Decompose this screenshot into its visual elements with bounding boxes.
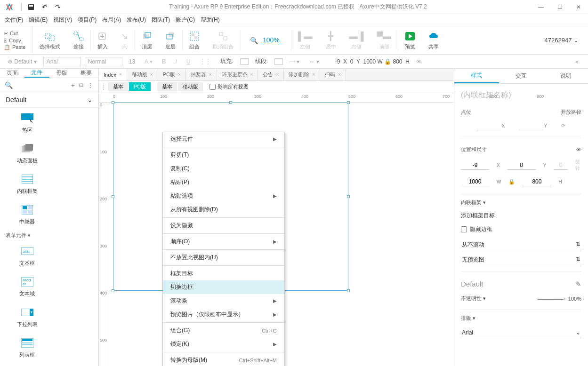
weight-select[interactable]: Normal: [85, 57, 122, 66]
more-icon[interactable]: »: [571, 58, 583, 65]
context-menu-item[interactable]: 从所有视图删除(D): [163, 203, 284, 216]
top-layer-button[interactable]: 顶层: [135, 26, 159, 54]
widget-textfield[interactable]: abc文本框: [5, 241, 49, 271]
context-menu-item[interactable]: 切换边框: [163, 280, 284, 294]
close-icon[interactable]: ×: [178, 72, 181, 77]
close-icon[interactable]: ×: [250, 72, 253, 77]
view-tab[interactable]: 基本: [157, 82, 177, 91]
affect-all-views-checkbox[interactable]: 影响所有视图: [209, 83, 249, 90]
context-menu-item[interactable]: 滚动条▶: [163, 294, 284, 308]
menu-item[interactable]: 视图(V): [53, 16, 72, 24]
view-tab[interactable]: 移动版: [178, 82, 203, 91]
zoom-control[interactable]: 🔍 100%: [241, 36, 291, 44]
widget-dropdown[interactable]: 下拉列表: [5, 302, 49, 333]
close-button[interactable]: ✕: [569, 0, 588, 14]
pos-x-input[interactable]: [477, 121, 500, 130]
doc-tab[interactable]: 环形进度条×: [217, 69, 258, 80]
edit-icon[interactable]: ✎: [575, 280, 581, 288]
left-tab[interactable]: 概要: [74, 69, 98, 78]
close-icon[interactable]: ×: [150, 72, 153, 77]
context-menu-item[interactable]: 不放置此视图内(U): [163, 251, 284, 264]
context-menu-item[interactable]: 设为隐藏: [163, 219, 284, 232]
close-icon[interactable]: ×: [119, 72, 122, 77]
folder-icon[interactable]: ⧉: [79, 81, 83, 89]
y-input[interactable]: [507, 161, 536, 170]
preview-button[interactable]: 预览: [398, 26, 422, 54]
hide-border-checkbox[interactable]: 隐藏边框: [461, 223, 581, 236]
context-menu-item[interactable]: 剪切(T): [163, 148, 284, 162]
h-input[interactable]: [523, 177, 551, 186]
scroll-select[interactable]: 从不滚动⇅: [461, 239, 581, 251]
context-menu-item[interactable]: 预览图片（仅限画布中显示）▶: [163, 308, 284, 321]
maximize-button[interactable]: ☐: [550, 0, 569, 14]
connect-button[interactable]: 连接: [67, 26, 90, 54]
context-menu-item[interactable]: 框架目标: [163, 267, 284, 280]
align-left-button[interactable]: ▌▬左侧: [291, 26, 319, 54]
preview-select[interactable]: 无预览图⇅: [461, 254, 581, 266]
copy-button[interactable]: ⎘ Copy: [4, 38, 29, 43]
pos-y-input[interactable]: [519, 121, 543, 130]
doc-tab[interactable]: Index×: [99, 69, 127, 80]
widget-iframe[interactable]: 内联框架: [5, 169, 49, 199]
context-menu-item[interactable]: 组合(G)Ctrl+G: [163, 324, 284, 337]
right-tab[interactable]: 样式: [454, 69, 499, 83]
menu-item[interactable]: 布局(A): [102, 16, 121, 24]
font-select[interactable]: Arial: [43, 57, 81, 66]
widget-repeater[interactable]: 中继器: [5, 199, 49, 230]
close-icon[interactable]: ×: [276, 72, 279, 77]
share-button[interactable]: 共享: [422, 26, 445, 54]
cut-button[interactable]: ✂ Cut: [4, 31, 29, 37]
view-tab[interactable]: 基本: [108, 82, 128, 91]
right-tab[interactable]: 说明: [543, 69, 588, 83]
view-tab[interactable]: PC版: [129, 82, 151, 91]
menu-item[interactable]: 帮助(H): [201, 16, 220, 24]
rot-input[interactable]: [554, 161, 568, 170]
left-tab[interactable]: 母版: [49, 69, 74, 78]
align-right-button[interactable]: ▬▐右侧: [343, 26, 371, 54]
menu-item[interactable]: 发布(U): [127, 16, 146, 24]
stroke-color[interactable]: [274, 58, 283, 65]
doc-tab[interactable]: 添加删除×: [284, 69, 320, 80]
doc-tab[interactable]: 公告×: [258, 69, 284, 80]
font-select-right[interactable]: Arial⌄: [461, 327, 581, 338]
doc-tab[interactable]: PC版×: [158, 69, 186, 80]
size-select[interactable]: 13: [126, 57, 138, 66]
widget-panel[interactable]: 动态面板: [5, 138, 49, 169]
widget-listbox[interactable]: 列表框: [5, 333, 49, 363]
close-icon[interactable]: ×: [209, 72, 212, 77]
redo-icon[interactable]: ↷: [51, 1, 64, 13]
doc-tab[interactable]: 移动版×: [127, 69, 158, 80]
menu-item[interactable]: 文件(F): [5, 16, 23, 24]
add-frame-target[interactable]: 添加框架目标: [461, 209, 581, 223]
menu-item[interactable]: 账户(C): [176, 16, 195, 24]
save-icon[interactable]: [24, 2, 38, 12]
minimize-button[interactable]: —: [532, 0, 550, 14]
w-input[interactable]: [461, 177, 489, 186]
context-menu-item[interactable]: 转换为母版(M)Ctrl+Shift+Alt+M: [163, 353, 284, 366]
point-button[interactable]: ↘点: [114, 26, 135, 54]
add-icon[interactable]: +: [71, 81, 75, 89]
undo-icon[interactable]: ↶: [38, 1, 51, 13]
category-form[interactable]: 表单元件 ▾: [0, 230, 98, 241]
context-menu-item[interactable]: 粘贴选项▶: [163, 189, 284, 203]
context-menu-item[interactable]: 选择元件▶: [163, 132, 284, 146]
select-mode-button[interactable]: 选择模式: [33, 26, 67, 54]
menu-item[interactable]: 团队(T): [152, 16, 170, 24]
right-tab[interactable]: 交互: [499, 69, 544, 83]
context-menu-item[interactable]: 复制(C): [163, 162, 284, 175]
left-tab[interactable]: 元件: [24, 69, 49, 78]
align-center-button[interactable]: ╋居中: [319, 26, 343, 54]
style-preset[interactable]: ⚙ Default ▾: [5, 57, 40, 66]
menu-item[interactable]: 编辑(E): [29, 16, 48, 24]
paste-button[interactable]: 📋 Paste: [4, 44, 29, 50]
context-menu-item[interactable]: 粘贴(P): [163, 175, 284, 189]
widget-checkbox[interactable]: 复选框: [5, 363, 49, 366]
library-title[interactable]: Default⌄: [0, 92, 98, 107]
ungroup-button[interactable]: 取消组合: [206, 26, 240, 54]
insert-button[interactable]: 插入: [91, 26, 114, 54]
align-top-button[interactable]: ▀▬顶部: [370, 26, 398, 54]
more-icon[interactable]: ⋮: [87, 81, 94, 89]
doc-tab[interactable]: 抽奖器×: [186, 69, 217, 80]
fill-color[interactable]: [240, 58, 249, 65]
group-button[interactable]: 组合: [183, 26, 206, 54]
